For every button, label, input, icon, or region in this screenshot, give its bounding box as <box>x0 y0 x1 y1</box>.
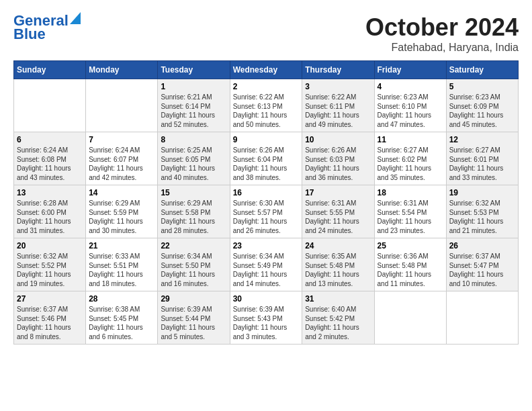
calendar-cell: 11Sunrise: 6:27 AM Sunset: 6:02 PM Dayli… <box>374 132 446 185</box>
day-info: Sunrise: 6:29 AM Sunset: 5:59 PM Dayligh… <box>89 199 154 235</box>
calendar-cell: 29Sunrise: 6:39 AM Sunset: 5:44 PM Dayli… <box>158 291 230 345</box>
day-info: Sunrise: 6:24 AM Sunset: 6:08 PM Dayligh… <box>17 146 83 182</box>
calendar-cell <box>86 79 158 132</box>
title-section: October 2024 Fatehabad, Haryana, India <box>365 13 519 54</box>
day-info: Sunrise: 6:31 AM Sunset: 5:55 PM Dayligh… <box>305 199 371 235</box>
location: Fatehabad, Haryana, India <box>365 42 519 54</box>
day-info: Sunrise: 6:32 AM Sunset: 5:52 PM Dayligh… <box>17 252 83 288</box>
calendar-cell: 13Sunrise: 6:28 AM Sunset: 6:00 PM Dayli… <box>14 185 86 238</box>
day-number: 22 <box>161 241 226 250</box>
calendar-cell: 21Sunrise: 6:33 AM Sunset: 5:51 PM Dayli… <box>86 238 158 291</box>
calendar-cell: 8Sunrise: 6:25 AM Sunset: 6:05 PM Daylig… <box>158 132 230 185</box>
day-info: Sunrise: 6:27 AM Sunset: 6:01 PM Dayligh… <box>449 146 515 182</box>
calendar-cell: 12Sunrise: 6:27 AM Sunset: 6:01 PM Dayli… <box>446 132 518 185</box>
calendar-cell: 15Sunrise: 6:29 AM Sunset: 5:58 PM Dayli… <box>158 185 230 238</box>
day-info: Sunrise: 6:30 AM Sunset: 5:57 PM Dayligh… <box>233 199 300 235</box>
header-day-friday: Friday <box>374 61 446 79</box>
day-number: 23 <box>233 241 300 250</box>
day-number: 30 <box>233 294 300 304</box>
calendar-body: 1Sunrise: 6:21 AM Sunset: 6:14 PM Daylig… <box>14 79 519 345</box>
calendar-cell: 18Sunrise: 6:31 AM Sunset: 5:54 PM Dayli… <box>374 185 446 238</box>
week-row-0: 1Sunrise: 6:21 AM Sunset: 6:14 PM Daylig… <box>14 79 519 132</box>
day-number: 25 <box>378 241 443 250</box>
day-number: 9 <box>233 135 300 144</box>
day-number: 17 <box>305 188 371 197</box>
day-info: Sunrise: 6:37 AM Sunset: 5:47 PM Dayligh… <box>449 252 515 288</box>
week-row-3: 20Sunrise: 6:32 AM Sunset: 5:52 PM Dayli… <box>14 238 519 291</box>
day-info: Sunrise: 6:24 AM Sunset: 6:07 PM Dayligh… <box>89 146 154 182</box>
header-day-tuesday: Tuesday <box>158 61 230 79</box>
day-number: 16 <box>233 188 300 197</box>
header-day-saturday: Saturday <box>446 61 518 79</box>
day-info: Sunrise: 6:25 AM Sunset: 6:05 PM Dayligh… <box>161 146 226 182</box>
day-number: 5 <box>449 82 515 91</box>
header-day-sunday: Sunday <box>14 61 86 79</box>
week-row-4: 27Sunrise: 6:37 AM Sunset: 5:46 PM Dayli… <box>14 291 519 345</box>
day-number: 10 <box>305 135 371 144</box>
calendar-cell: 31Sunrise: 6:40 AM Sunset: 5:42 PM Dayli… <box>302 291 374 345</box>
logo: General Blue <box>13 13 81 42</box>
day-number: 6 <box>17 135 83 144</box>
day-info: Sunrise: 6:31 AM Sunset: 5:54 PM Dayligh… <box>378 199 443 235</box>
page-header: General Blue October 2024 Fatehabad, Har… <box>13 13 519 54</box>
day-info: Sunrise: 6:28 AM Sunset: 6:00 PM Dayligh… <box>17 199 83 235</box>
week-row-1: 6Sunrise: 6:24 AM Sunset: 6:08 PM Daylig… <box>14 132 519 185</box>
calendar-cell: 6Sunrise: 6:24 AM Sunset: 6:08 PM Daylig… <box>14 132 86 185</box>
day-number: 13 <box>17 188 83 197</box>
day-info: Sunrise: 6:23 AM Sunset: 6:09 PM Dayligh… <box>449 93 515 129</box>
day-number: 4 <box>378 82 443 91</box>
calendar-cell: 3Sunrise: 6:22 AM Sunset: 6:11 PM Daylig… <box>302 79 374 132</box>
calendar-cell: 1Sunrise: 6:21 AM Sunset: 6:14 PM Daylig… <box>158 79 230 132</box>
day-number: 7 <box>89 135 154 144</box>
calendar-cell: 17Sunrise: 6:31 AM Sunset: 5:55 PM Dayli… <box>302 185 374 238</box>
day-info: Sunrise: 6:32 AM Sunset: 5:53 PM Dayligh… <box>449 199 515 235</box>
week-row-2: 13Sunrise: 6:28 AM Sunset: 6:00 PM Dayli… <box>14 185 519 238</box>
day-number: 21 <box>89 241 154 250</box>
calendar-cell: 20Sunrise: 6:32 AM Sunset: 5:52 PM Dayli… <box>14 238 86 291</box>
calendar-table: SundayMondayTuesdayWednesdayThursdayFrid… <box>13 60 519 345</box>
calendar-cell: 7Sunrise: 6:24 AM Sunset: 6:07 PM Daylig… <box>86 132 158 185</box>
calendar-cell: 26Sunrise: 6:37 AM Sunset: 5:47 PM Dayli… <box>446 238 518 291</box>
day-number: 8 <box>161 135 226 144</box>
day-number: 1 <box>161 82 226 91</box>
day-info: Sunrise: 6:26 AM Sunset: 6:03 PM Dayligh… <box>305 146 371 182</box>
day-info: Sunrise: 6:26 AM Sunset: 6:04 PM Dayligh… <box>233 146 300 182</box>
day-number: 12 <box>449 135 515 144</box>
calendar-header: SundayMondayTuesdayWednesdayThursdayFrid… <box>14 61 519 79</box>
calendar-cell: 25Sunrise: 6:36 AM Sunset: 5:48 PM Dayli… <box>374 238 446 291</box>
day-info: Sunrise: 6:35 AM Sunset: 5:48 PM Dayligh… <box>305 252 371 288</box>
day-number: 28 <box>89 294 154 304</box>
day-info: Sunrise: 6:21 AM Sunset: 6:14 PM Dayligh… <box>161 93 226 129</box>
calendar-cell: 22Sunrise: 6:34 AM Sunset: 5:50 PM Dayli… <box>158 238 230 291</box>
day-info: Sunrise: 6:36 AM Sunset: 5:48 PM Dayligh… <box>378 252 443 288</box>
calendar-cell: 23Sunrise: 6:34 AM Sunset: 5:49 PM Dayli… <box>230 238 302 291</box>
calendar-cell <box>374 291 446 345</box>
day-info: Sunrise: 6:34 AM Sunset: 5:50 PM Dayligh… <box>161 252 226 288</box>
day-number: 15 <box>161 188 226 197</box>
calendar-cell: 27Sunrise: 6:37 AM Sunset: 5:46 PM Dayli… <box>14 291 86 345</box>
day-number: 2 <box>233 82 300 91</box>
day-info: Sunrise: 6:29 AM Sunset: 5:58 PM Dayligh… <box>161 199 226 235</box>
calendar-cell: 10Sunrise: 6:26 AM Sunset: 6:03 PM Dayli… <box>302 132 374 185</box>
month-title: October 2024 <box>365 13 519 42</box>
day-number: 20 <box>17 241 83 250</box>
day-number: 19 <box>449 188 515 197</box>
day-info: Sunrise: 6:23 AM Sunset: 6:10 PM Dayligh… <box>378 93 443 129</box>
calendar-cell: 24Sunrise: 6:35 AM Sunset: 5:48 PM Dayli… <box>302 238 374 291</box>
day-number: 31 <box>305 294 371 304</box>
day-info: Sunrise: 6:27 AM Sunset: 6:02 PM Dayligh… <box>378 146 443 182</box>
header-day-thursday: Thursday <box>302 61 374 79</box>
day-number: 11 <box>378 135 443 144</box>
day-number: 27 <box>17 294 83 304</box>
header-day-wednesday: Wednesday <box>230 61 302 79</box>
calendar-cell: 4Sunrise: 6:23 AM Sunset: 6:10 PM Daylig… <box>374 79 446 132</box>
logo-blue-text: Blue <box>13 27 46 42</box>
day-info: Sunrise: 6:39 AM Sunset: 5:43 PM Dayligh… <box>233 305 300 341</box>
logo-arrow-icon <box>70 12 81 24</box>
day-number: 24 <box>305 241 371 250</box>
day-info: Sunrise: 6:39 AM Sunset: 5:44 PM Dayligh… <box>161 305 226 341</box>
calendar-cell: 14Sunrise: 6:29 AM Sunset: 5:59 PM Dayli… <box>86 185 158 238</box>
calendar-cell <box>14 79 86 132</box>
day-info: Sunrise: 6:33 AM Sunset: 5:51 PM Dayligh… <box>89 252 154 288</box>
calendar-cell <box>446 291 518 345</box>
